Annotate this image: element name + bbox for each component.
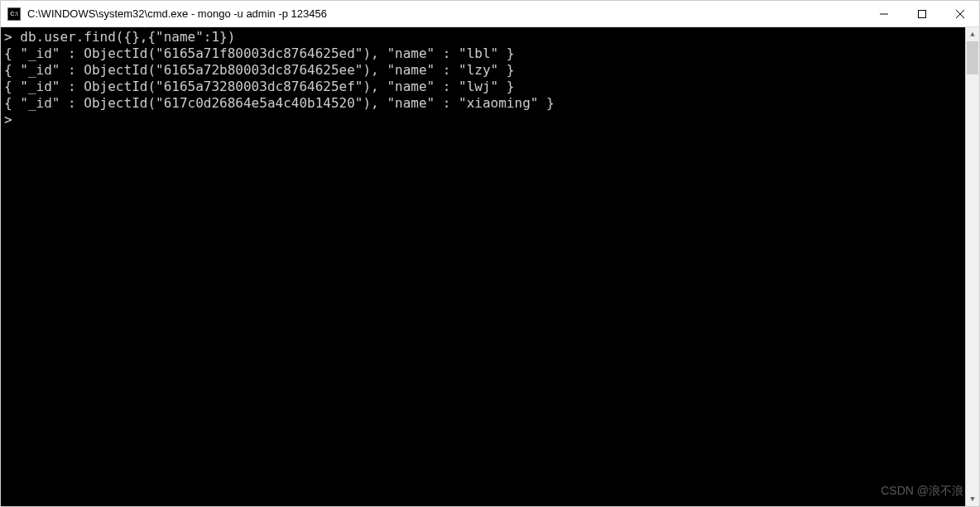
maximize-icon bbox=[918, 10, 926, 18]
cmd-icon: C:\ bbox=[7, 7, 21, 21]
scroll-up-arrow[interactable]: ▲ bbox=[966, 27, 979, 41]
minimize-button[interactable] bbox=[865, 1, 903, 26]
maximize-button[interactable] bbox=[903, 1, 941, 26]
console-wrapper: > db.user.find({},{"name":1}) { "_id" : … bbox=[1, 27, 979, 506]
vertical-scrollbar[interactable]: ▲ ▼ bbox=[965, 27, 979, 506]
close-button[interactable] bbox=[941, 1, 979, 26]
close-icon bbox=[956, 10, 964, 18]
scroll-down-arrow[interactable]: ▼ bbox=[966, 492, 979, 506]
console-output[interactable]: > db.user.find({},{"name":1}) { "_id" : … bbox=[1, 27, 965, 506]
cmd-window: C:\ C:\WINDOWS\system32\cmd.exe - mongo … bbox=[0, 0, 980, 507]
window-controls bbox=[865, 1, 979, 26]
minimize-icon bbox=[880, 10, 888, 18]
scrollbar-thumb[interactable] bbox=[967, 41, 978, 74]
titlebar[interactable]: C:\ C:\WINDOWS\system32\cmd.exe - mongo … bbox=[1, 1, 979, 27]
svg-rect-1 bbox=[919, 10, 926, 17]
window-title: C:\WINDOWS\system32\cmd.exe - mongo -u a… bbox=[27, 7, 865, 20]
